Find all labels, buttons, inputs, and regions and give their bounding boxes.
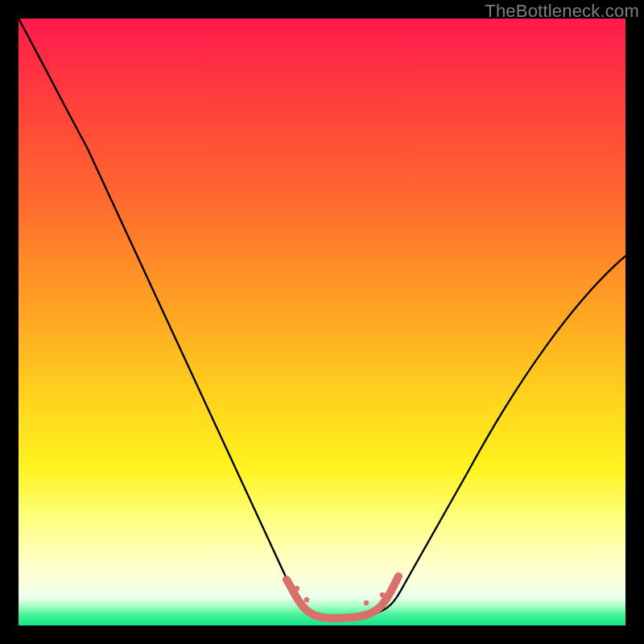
chart-frame: TheBottleneck.com bbox=[0, 0, 644, 644]
plot-area bbox=[19, 19, 625, 625]
watermark-text: TheBottleneck.com bbox=[485, 1, 639, 22]
speckle bbox=[391, 581, 396, 586]
speckle bbox=[295, 586, 299, 591]
speckle bbox=[380, 592, 385, 597]
speckle bbox=[364, 601, 369, 605]
speckle bbox=[304, 597, 309, 602]
bottleneck-curve bbox=[19, 19, 625, 625]
curve-path bbox=[19, 19, 625, 617]
